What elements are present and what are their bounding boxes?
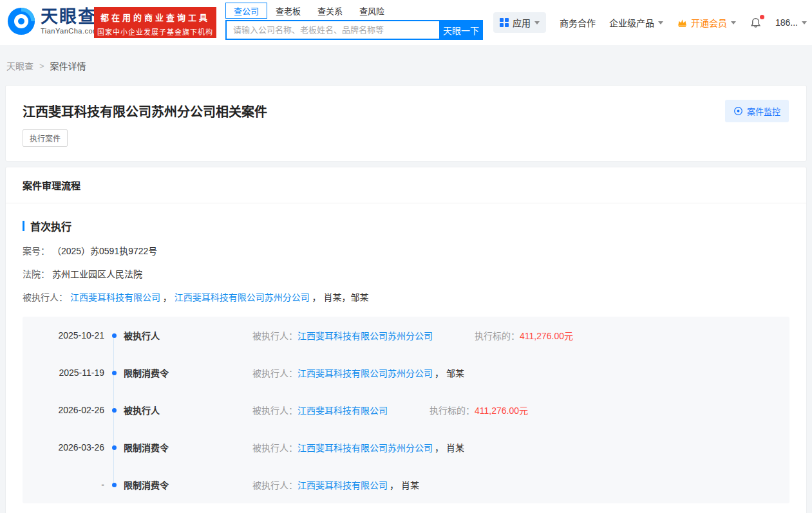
party-link[interactable]: 江西斐耳科技有限公司 [297,478,388,491]
tianyancha-logo-icon [6,6,36,36]
timeline-dot-col [104,333,124,338]
timeline-dot [112,445,117,450]
stage-accent-bar [23,221,24,231]
party-suffix: ， 肖某 [435,441,464,454]
court-label: 法院： [23,269,50,279]
brand-domain: TianYanCha.com [41,27,99,35]
timeline-detail: 被执行人： 江西斐耳科技有限公司苏州分公司 ， 邹某 [252,366,464,379]
notifications-bell[interactable] [750,16,762,29]
timeline-event-type: 被执行人 [124,404,252,416]
tianyancha-logo[interactable]: 天眼查 TianYanCha.com [6,6,99,36]
timeline-date: 2025-10-21 [23,330,104,340]
timeline-date: 2025-11-19 [23,368,104,378]
party-company-link[interactable]: 江西斐耳科技有限公司 [70,292,160,303]
party-link[interactable]: 江西斐耳科技有限公司苏州分公司 [297,441,433,454]
case-monitor-label: 案件监控 [747,105,780,117]
chevron-down-icon [658,21,663,27]
logo-text: 天眼查 TianYanCha.com [41,8,99,35]
case-number-value: （2025）苏0591执9722号 [52,246,157,256]
notification-red-dot [760,15,764,19]
timeline-dot-col [104,483,124,487]
party-label: 被执行人： [252,404,297,416]
chevron-down-icon [802,21,807,27]
case-number-line: 案号： （2025）苏0591执9722号 [23,244,789,257]
case-monitor-button[interactable]: 案件监控 [725,100,789,122]
party-link[interactable]: 江西斐耳科技有限公司苏州分公司 [297,366,433,379]
tab-search-boss[interactable]: 查老板 [267,3,309,19]
promo-badge: 都在用的商业查询工具 国家中小企业发展子基金旗下机构 [94,7,216,38]
stage-title-label: 首次执行 [30,218,71,234]
timeline-dot [112,333,117,338]
search-area: 查公司 查老板 查关系 查风险 天眼一下 [225,3,483,40]
nav-vip-label: 开通会员 [691,16,727,29]
party-label: 被执行人： [252,366,297,379]
promo-line2: 国家中小企业发展子基金旗下机构 [94,26,216,37]
timeline-row: 2025-11-19 限制消费令 被执行人： 江西斐耳科技有限公司苏州分公司 ，… [23,354,789,391]
court-value: 苏州工业园区人民法院 [52,269,142,279]
nav-account[interactable]: 186... [775,17,807,28]
amount-label: 执行标的： [475,329,520,342]
page-title: 江西斐耳科技有限公司苏州分公司相关案件 [23,102,789,120]
timeline-detail: 被执行人： 江西斐耳科技有限公司苏州分公司 ， 肖某 [252,441,464,454]
executed-parties-line: 被执行人： 江西斐耳科技有限公司 ， 江西斐耳科技有限公司苏州分公司 ， 肖某，… [23,290,789,303]
timeline-dot [112,408,117,413]
timeline-event-type: 被执行人 [124,329,252,342]
party-separator: ， [312,292,321,303]
nav-vip-membership[interactable]: 开通会员 [677,16,736,29]
search-tabs: 查公司 查老板 查关系 查风险 [225,3,483,19]
case-flow-card: 案件审理流程 首次执行 案号： （2025）苏0591执9722号 法院： 苏州… [5,167,807,513]
party-link[interactable]: 江西斐耳科技有限公司 [297,404,388,416]
tab-search-company[interactable]: 查公司 [225,3,267,19]
tab-search-relation[interactable]: 查关系 [309,3,351,19]
party-branch-link[interactable]: 江西斐耳科技有限公司苏州分公司 [175,292,310,303]
top-nav: 应用 商务合作 企业级产品 开通会员 186... [493,0,807,45]
party-suffix: ， 肖某 [390,478,419,491]
apps-grid-icon [500,18,509,27]
case-monitor-icon [733,106,743,116]
nav-enterprise-label: 企业级产品 [609,16,654,29]
timeline-row: 2026-02-26 被执行人 被执行人： 江西斐耳科技有限公司 执行标的： 4… [23,391,789,429]
timeline-event-type: 限制消费令 [124,441,252,454]
breadcrumb-home[interactable]: 天眼查 [6,59,33,72]
timeline-row: 2026-03-26 限制消费令 被执行人： 江西斐耳科技有限公司苏州分公司 ，… [23,429,789,466]
court-line: 法院： 苏州工业园区人民法院 [23,267,789,280]
chevron-down-icon [731,21,736,27]
timeline-date: - [23,480,104,490]
brand-name: 天眼查 [41,8,99,26]
party-label: 被执行人： [252,441,297,454]
timeline-dot-col [104,371,124,375]
breadcrumb-separator: > [39,61,44,71]
timeline-date: 2026-03-26 [23,442,104,452]
chevron-down-icon [534,21,540,27]
top-bar: 天眼查 TianYanCha.com 都在用的商业查询工具 国家中小企业发展子基… [0,0,812,45]
nav-apps[interactable]: 应用 [493,12,546,33]
timeline-dot [112,371,117,375]
case-timeline: 2025-10-21 被执行人 被执行人： 江西斐耳科技有限公司苏州分公司 执行… [23,317,789,503]
search-button[interactable]: 天眼一下 [439,20,483,40]
amount-value: 411,276.00元 [520,329,573,342]
case-header-card: 江西斐耳科技有限公司苏州分公司相关案件 执行案件 案件监控 [5,85,807,162]
timeline-dot-col [104,408,124,413]
party-label: 被执行人： [252,478,297,491]
timeline-detail: 被执行人： 江西斐耳科技有限公司苏州分公司 执行标的： 411,276.00元 [252,329,573,342]
tab-search-risk[interactable]: 查风险 [351,3,393,19]
nav-business-cooperation[interactable]: 商务合作 [560,16,596,29]
nav-cooperation-label: 商务合作 [560,16,596,29]
case-type-tag: 执行案件 [23,129,68,147]
timeline-detail: 被执行人： 江西斐耳科技有限公司 ， 肖某 [252,478,419,491]
stage-title: 首次执行 [23,218,789,234]
timeline-detail: 被执行人： 江西斐耳科技有限公司 执行标的： 411,276.00元 [252,404,528,416]
party-link[interactable]: 江西斐耳科技有限公司苏州分公司 [297,329,433,342]
nav-enterprise-products[interactable]: 企业级产品 [609,16,663,29]
parties-label: 被执行人： [23,292,68,303]
timeline-dot-col [104,445,124,450]
section-title-case-flow: 案件审理流程 [6,167,806,203]
party-separator: ， [163,292,172,303]
amount-value: 411,276.00元 [475,404,528,416]
search-row: 天眼一下 [225,20,483,40]
timeline-dot [112,483,117,487]
account-label: 186... [775,17,798,28]
party-label: 被执行人： [252,329,297,342]
timeline-row: 2025-10-21 被执行人 被执行人： 江西斐耳科技有限公司苏州分公司 执行… [23,317,789,354]
search-input[interactable] [225,20,439,40]
